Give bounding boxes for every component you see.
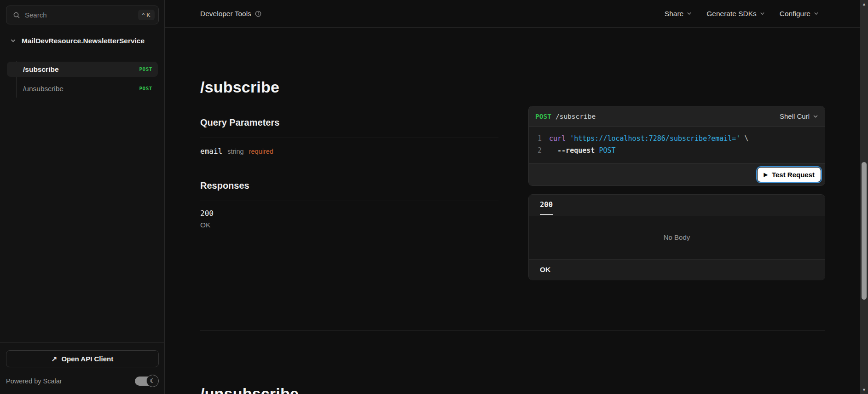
request-example-header: POST /subscribe Shell Curl bbox=[529, 106, 825, 127]
code-token-url-string: 'https://localhost:7286/subscribe?email=… bbox=[570, 133, 740, 145]
sidebar-item-subscribe[interactable]: /subscribe POST bbox=[7, 62, 158, 77]
language-select[interactable]: Shell Curl bbox=[780, 112, 818, 120]
topbar: Developer Tools Share Generate SDKs Conf… bbox=[165, 0, 860, 28]
app-root: Search ^ K MailDevResource.NewsletterSer… bbox=[0, 0, 868, 394]
next-page-title: /unsubscribe bbox=[200, 385, 299, 394]
test-request-label: Test Request bbox=[772, 171, 815, 179]
scroll-up-arrow-icon[interactable]: ▲ bbox=[860, 1, 868, 7]
responses-heading: Responses bbox=[200, 180, 498, 201]
sidebar-footer: ↗ Open API Client Powered by Scalar ☾ bbox=[0, 342, 165, 394]
open-api-client-button[interactable]: ↗ Open API Client bbox=[6, 350, 159, 367]
dark-mode-toggle[interactable]: ☾ bbox=[135, 377, 157, 386]
sidebar-group-label: MailDevResource.NewsletterService bbox=[22, 36, 156, 45]
language-select-value: Shell Curl bbox=[780, 112, 810, 120]
response-status-code: 200 bbox=[200, 209, 498, 218]
response-status-description: OK bbox=[200, 221, 498, 229]
search-shortcut-badge: ^ K bbox=[138, 10, 155, 20]
code-token-method: POST bbox=[599, 145, 615, 156]
play-icon: ▶ bbox=[764, 172, 767, 178]
tab-200[interactable]: 200 bbox=[540, 201, 553, 215]
sidebar-item-label: /subscribe bbox=[23, 65, 139, 74]
line-number: 2 bbox=[535, 145, 542, 156]
search-icon bbox=[13, 12, 20, 19]
sidebar-item-label: /unsubscribe bbox=[23, 85, 139, 93]
scrollbar-thumb[interactable] bbox=[862, 162, 867, 300]
parameter-row-email: email string required bbox=[200, 138, 498, 156]
method-badge-post: POST bbox=[139, 66, 153, 72]
chevron-down-icon bbox=[10, 38, 16, 45]
chevron-down-icon bbox=[760, 11, 765, 16]
sidebar-group-maildevresource[interactable]: MailDevResource.NewsletterService bbox=[10, 36, 157, 45]
search-input[interactable]: Search ^ K bbox=[6, 6, 159, 24]
topbar-actions: Share Generate SDKs Configure bbox=[665, 10, 819, 18]
response-example-card: 200 No Body OK bbox=[528, 194, 825, 280]
generate-sdks-label: Generate SDKs bbox=[706, 10, 757, 18]
code-line-1: 1 curl 'https://localhost:7286/subscribe… bbox=[535, 133, 818, 145]
method-badge-post: POST bbox=[139, 86, 153, 92]
response-example-tabs: 200 bbox=[529, 195, 825, 215]
response-example-body: No Body bbox=[529, 215, 825, 259]
configure-button[interactable]: Configure bbox=[780, 10, 819, 18]
no-body-text: No Body bbox=[664, 233, 690, 241]
endpoint-details: Query Parameters email string required R… bbox=[200, 117, 498, 229]
topbar-title-text: Developer Tools bbox=[200, 10, 251, 18]
code-token-space bbox=[595, 145, 599, 156]
code-token-continuation: \ bbox=[740, 133, 748, 145]
query-parameters-heading: Query Parameters bbox=[200, 117, 498, 138]
sidebar-item-unsubscribe[interactable]: /unsubscribe POST bbox=[7, 81, 158, 96]
generate-sdks-button[interactable]: Generate SDKs bbox=[706, 10, 765, 18]
sidebar: Search ^ K MailDevResource.NewsletterSer… bbox=[0, 0, 165, 394]
code-token-keyword: curl bbox=[549, 133, 566, 145]
request-example-card: POST /subscribe Shell Curl 1 curl 'https… bbox=[528, 106, 825, 186]
share-button[interactable]: Share bbox=[665, 10, 692, 18]
request-method-label: POST bbox=[535, 113, 551, 120]
parameter-type: string bbox=[227, 148, 243, 155]
powered-by-scalar-link[interactable]: Powered by Scalar bbox=[6, 377, 62, 385]
example-panel: POST /subscribe Shell Curl 1 curl 'https… bbox=[528, 106, 825, 280]
section-divider bbox=[200, 330, 825, 331]
share-label: Share bbox=[665, 10, 683, 18]
search-placeholder: Search bbox=[25, 11, 138, 19]
open-api-client-label: Open API Client bbox=[61, 355, 113, 363]
code-block[interactable]: 1 curl 'https://localhost:7286/subscribe… bbox=[529, 127, 825, 163]
arrow-up-right-icon: ↗ bbox=[52, 355, 58, 363]
chevron-down-icon bbox=[687, 11, 692, 16]
parameter-required-flag: required bbox=[249, 148, 273, 155]
developer-tools-label: Developer Tools bbox=[200, 10, 261, 18]
configure-label: Configure bbox=[780, 10, 810, 18]
toggle-knob: ☾ bbox=[146, 375, 159, 387]
info-icon[interactable] bbox=[255, 11, 261, 17]
scrollbar[interactable]: ▲ ▼ bbox=[860, 0, 868, 394]
request-example-footer: ▶ Test Request bbox=[529, 163, 825, 185]
line-number: 1 bbox=[535, 133, 542, 145]
page-title: /subscribe bbox=[200, 78, 279, 96]
moon-icon: ☾ bbox=[150, 378, 156, 384]
test-request-button[interactable]: ▶ Test Request bbox=[758, 168, 821, 182]
response-example-footer: OK bbox=[529, 259, 825, 280]
scroll-down-arrow-icon[interactable]: ▼ bbox=[860, 387, 868, 393]
code-token-space bbox=[566, 133, 570, 145]
code-token-flag: --request bbox=[549, 145, 595, 156]
chevron-down-icon bbox=[813, 114, 818, 119]
request-path-label: /subscribe bbox=[556, 113, 596, 120]
parameter-name: email bbox=[200, 147, 222, 156]
chevron-down-icon bbox=[814, 11, 819, 16]
code-line-2: 2 --request POST bbox=[535, 145, 818, 156]
